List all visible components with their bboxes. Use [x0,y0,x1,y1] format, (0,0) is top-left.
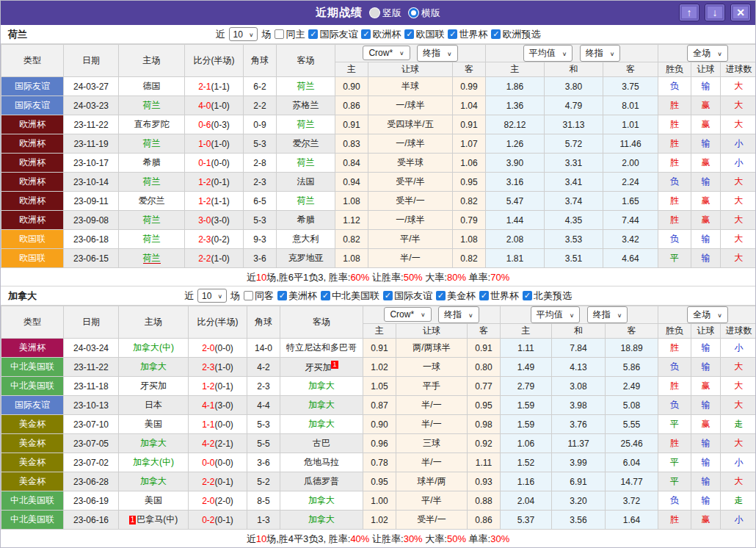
avg-away-odds: 8.01 [603,96,658,115]
average-select[interactable]: 平均值∨ [531,306,581,323]
avg-home-odds: 1.59 [501,415,552,434]
avg-draw-odds: 3.53 [545,230,603,249]
checkbox-unchecked-icon[interactable] [244,291,253,300]
crow-home-odds: 0.84 [335,154,368,173]
checkbox-unchecked-icon[interactable] [275,29,284,39]
score: 4-1(3-0) [189,396,247,415]
checkbox-checked-icon[interactable]: ✓ [361,29,371,39]
crow-home-odds: 0.83 [335,134,368,154]
checkbox-checked-icon[interactable]: ✓ [404,29,414,39]
avg-home-odds: 5.47 [486,192,545,211]
team-name-netherlands: 荷兰 [8,28,27,41]
away-team: 荷兰 [277,115,335,134]
col-type: 类型 [1,45,64,77]
corner-score: 4-2 [247,358,280,377]
avg-home-odds: 3.90 [486,154,545,173]
close-button[interactable]: ✕ [730,4,751,21]
checkbox-checked-icon[interactable]: ✓ [436,291,446,300]
home-team: 加拿大 [119,472,189,491]
match-date: 23-06-28 [64,472,119,491]
radio-icon[interactable] [370,8,379,18]
corner-score: 6-2 [244,77,277,96]
checkbox-checked-icon[interactable]: ✓ [523,291,532,300]
recent-count-select[interactable]: 10 ∨ [197,289,227,303]
avg-home-odds: 1.11 [501,339,552,358]
result-wdl: 负 [658,173,691,192]
score: 1-0(1-0) [185,134,244,154]
away-team: 加拿大 [280,415,363,434]
radio-selected-icon[interactable] [409,8,418,18]
league-type-badge: 国际友谊 [1,77,64,96]
league-type-badge: 欧国联 [1,230,64,249]
league-filter-checkbox[interactable]: ✓美洲杯 [277,289,317,303]
recent-count-select[interactable]: 10 ∨ [229,27,258,41]
col-goals: 进球数 [721,324,756,339]
league-filter-checkbox[interactable]: ✓世界杯 [479,289,519,303]
col-type: 类型 [1,306,64,339]
layout-radio-vertical[interactable]: 竖版 [370,7,401,20]
away-team: 克罗地亚 [277,249,335,268]
match-row: 美金杯23-07-02加拿大(中)0-0(0-0)3-6危地马拉0.78半/一1… [1,453,756,472]
home-team: 荷兰 [119,134,185,154]
league-filter-checkbox[interactable]: ✓世界杯 [448,28,487,41]
average-final-select[interactable]: 终指∨ [587,306,628,323]
result-wdl: 平 [658,472,691,491]
final-odds-select[interactable]: 终指∨ [438,306,479,323]
bookmaker-select[interactable]: Crow*∨ [363,46,410,60]
league-filter-checkbox[interactable]: ✓欧洲预选 [491,28,540,41]
crow-home-odds: 0.82 [335,230,368,249]
scroll-down-button[interactable]: ↓ [705,4,725,21]
league-filter-checkbox[interactable]: ✓中北美国联 [321,289,379,303]
avg-away-odds: 2.00 [603,154,658,173]
crow-home-odds: 1.02 [363,511,396,530]
col-crow-home: 主 [335,62,368,77]
league-type-badge: 美金杯 [1,453,64,472]
result-goals: 大 [721,230,756,249]
final-odds-select[interactable]: 终指∨ [417,45,458,62]
match-date: 23-07-05 [64,434,119,453]
fulltime-select[interactable]: 全场∨ [687,306,728,323]
league-filter-checkbox[interactable]: ✓国际友谊 [308,28,357,41]
chevron-down-icon: ∨ [570,311,575,318]
same-home-checkbox[interactable]: 同主 [275,28,305,41]
league-type-badge: 国际友谊 [1,96,64,115]
league-type-badge: 欧洲杯 [1,134,64,154]
result-wdl: 胜 [658,434,691,453]
league-label: 欧洲预选 [502,28,540,41]
result-handicap: 赢 [691,211,721,230]
bookmaker-select[interactable]: Crow*∨ [384,307,431,322]
avg-draw-odds: 31.13 [545,115,603,134]
average-select[interactable]: 平均值∨ [523,45,573,62]
checkbox-checked-icon[interactable]: ✓ [479,291,489,300]
result-handicap: 输 [691,77,721,96]
result-handicap: 输 [691,453,721,472]
avg-draw-odds: 4.35 [545,211,603,230]
checkbox-checked-icon[interactable]: ✓ [448,29,457,39]
league-type-badge: 中北美国联 [1,491,64,511]
crow-away-odds: 0.88 [468,491,501,511]
checkbox-checked-icon[interactable]: ✓ [321,291,330,300]
corner-score: 3-6 [244,249,277,268]
checkbox-checked-icon[interactable]: ✓ [383,291,393,300]
league-filter-checkbox[interactable]: ✓欧洲杯 [361,28,401,41]
result-handicap: 输 [691,249,721,268]
checkbox-checked-icon[interactable]: ✓ [277,291,287,300]
crow-away-odds: 0.95 [468,396,501,415]
corner-score: 4-4 [247,396,280,415]
checkbox-checked-icon[interactable]: ✓ [308,29,318,39]
crow-handicap: 受半/一 [368,192,453,211]
avg-away-odds: 1.64 [606,511,658,530]
league-filter-checkbox[interactable]: ✓国际友谊 [383,289,432,303]
league-filter-checkbox[interactable]: ✓北美预选 [523,289,572,303]
league-filter-checkbox[interactable]: ✓美金杯 [436,289,476,303]
crow-handicap: 一/球半 [368,211,453,230]
checkbox-checked-icon[interactable]: ✓ [491,29,501,39]
average-final-select[interactable]: 终指∨ [580,45,621,62]
same-away-checkbox[interactable]: 同客 [244,289,274,303]
scroll-up-button[interactable]: ↑ [679,4,699,21]
fulltime-select[interactable]: 全场∨ [687,45,728,62]
match-date: 23-06-19 [64,491,119,511]
league-filter-checkbox[interactable]: ✓欧国联 [404,28,444,41]
result-wdl: 负 [658,230,691,249]
layout-radio-horizontal[interactable]: 横版 [409,7,440,20]
